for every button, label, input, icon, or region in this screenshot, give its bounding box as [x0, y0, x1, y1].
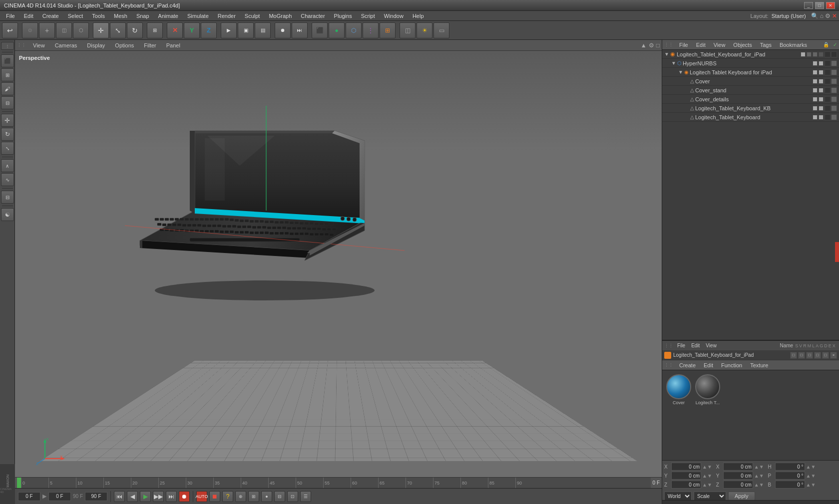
- undo-button[interactable]: ↩: [2, 22, 18, 38]
- transport-autokey[interactable]: AUTO: [196, 491, 207, 502]
- viewport-menu-view[interactable]: View: [30, 41, 48, 49]
- render-preview[interactable]: ▶: [221, 22, 237, 38]
- om-menu-objects[interactable]: Objects: [731, 41, 754, 49]
- om-menu-view[interactable]: View: [712, 41, 728, 49]
- menu-animate[interactable]: Animate: [154, 12, 182, 20]
- rot-h-input[interactable]: [775, 463, 805, 471]
- tree-arrow-hn[interactable]: ▼: [671, 60, 676, 66]
- tool-rotate[interactable]: ↻: [127, 22, 143, 38]
- material-cover[interactable]: Cover: [666, 374, 691, 456]
- maximize-button[interactable]: □: [815, 2, 824, 9]
- add-deformer[interactable]: ⋮: [363, 22, 379, 38]
- tags-item-row[interactable]: Logitech_Tablet_Keyboard_for_iPad □ □ □ …: [662, 350, 839, 360]
- transform-mode-select[interactable]: Scale Absolute: [694, 492, 726, 501]
- layout-settings-icon[interactable]: ⚙: [825, 12, 831, 19]
- tool-scale[interactable]: ⤡: [110, 22, 126, 38]
- menu-create[interactable]: Create: [38, 12, 63, 20]
- add-sphere[interactable]: ●: [329, 22, 345, 38]
- axis-y[interactable]: Y: [184, 22, 200, 38]
- left-toolbar-toggle[interactable]: ⋮: [1, 42, 14, 50]
- menu-file[interactable]: File: [2, 12, 19, 20]
- left-tool-move[interactable]: ✛: [1, 114, 14, 127]
- transport-stop[interactable]: ⏹: [209, 491, 220, 502]
- menu-edit[interactable]: Edit: [20, 12, 37, 20]
- menu-mograph[interactable]: MoGraph: [265, 12, 296, 20]
- tree-arrow-lg[interactable]: ▼: [678, 69, 683, 75]
- viewport-menu-panel[interactable]: Panel: [163, 41, 183, 49]
- menu-simulate[interactable]: Simulate: [183, 12, 213, 20]
- coord-y-input[interactable]: [671, 472, 701, 480]
- transport-to-start[interactable]: ⏮: [114, 491, 125, 502]
- menu-help[interactable]: Help: [409, 12, 428, 20]
- rot-p-input[interactable]: [775, 472, 805, 480]
- menu-plugins[interactable]: Plugins: [330, 12, 356, 20]
- tag-ctrl-1[interactable]: □: [790, 352, 797, 359]
- add-light[interactable]: ☀: [417, 22, 432, 38]
- transport-to-end[interactable]: ⏭: [166, 491, 177, 502]
- tree-row-kb[interactable]: ▶ △ Logitech_Tablet_Keyboard_KB: [662, 104, 839, 113]
- left-tool-magnet[interactable]: ☯: [1, 208, 14, 221]
- mm-menu-create[interactable]: Create: [677, 361, 698, 369]
- layout-close-icon[interactable]: ✕: [832, 12, 837, 19]
- menu-render[interactable]: Render: [214, 12, 240, 20]
- menu-tools[interactable]: Tools: [88, 12, 109, 20]
- left-tool-texture[interactable]: ⊟: [1, 191, 14, 204]
- menu-sculpt[interactable]: Sculpt: [241, 12, 264, 20]
- tag-ctrl-3[interactable]: □: [806, 352, 813, 359]
- size-y-input[interactable]: [723, 472, 753, 480]
- left-tool-paint[interactable]: 🖌: [1, 82, 14, 95]
- frame-range-input[interactable]: [48, 492, 71, 501]
- mode-point[interactable]: +: [39, 22, 55, 38]
- transport-play[interactable]: ▶: [140, 491, 151, 502]
- add-floor[interactable]: ▭: [433, 22, 449, 38]
- tags-menu-file[interactable]: File: [675, 342, 687, 349]
- tool-live-select[interactable]: ⊞: [147, 22, 163, 38]
- end-frame-input[interactable]: [85, 492, 107, 501]
- viewport-menu-display[interactable]: Display: [84, 41, 108, 49]
- om-menu-file[interactable]: File: [677, 41, 690, 49]
- left-tool-select[interactable]: ⊞: [1, 68, 14, 81]
- tree-arrow-root[interactable]: ▼: [664, 51, 669, 57]
- render-final[interactable]: ▤: [255, 22, 271, 38]
- tree-row-lk[interactable]: ▶ △ Logitech_Tablet_Keyboard: [662, 113, 839, 122]
- transport-frame-selector[interactable]: ⊞: [248, 491, 259, 502]
- menu-character[interactable]: Character: [297, 12, 329, 20]
- tree-row-root[interactable]: ▼ ◉ Logitech_Tablet_Keyboard_for_iPad: [662, 50, 839, 59]
- tree-row-cover-details[interactable]: ▶ △ Cover_details: [662, 95, 839, 104]
- viewport-icon-settings[interactable]: ⚙: [649, 42, 654, 49]
- transport-record[interactable]: ⏺: [179, 491, 190, 502]
- menu-mesh[interactable]: Mesh: [110, 12, 131, 20]
- mm-menu-edit[interactable]: Edit: [702, 361, 715, 369]
- anim-record[interactable]: ⏺: [275, 22, 291, 38]
- menu-snap[interactable]: Snap: [132, 12, 153, 20]
- close-button[interactable]: ✕: [826, 2, 835, 9]
- mm-menu-texture[interactable]: Texture: [748, 361, 770, 369]
- transport-key[interactable]: ⊕: [235, 491, 246, 502]
- mode-edge[interactable]: ◫: [56, 22, 72, 38]
- menu-script[interactable]: Script: [357, 12, 379, 20]
- tags-menu-view[interactable]: View: [704, 342, 719, 349]
- tree-row-hypernurbs[interactable]: ▼ ⬡ HyperNURBS: [662, 59, 839, 68]
- left-tool-knife[interactable]: ∧: [1, 159, 14, 172]
- axis-x[interactable]: ✕: [167, 22, 183, 38]
- mode-object[interactable]: ⊙: [22, 22, 38, 38]
- left-tool-bend[interactable]: ∿: [1, 173, 14, 186]
- tag-ctrl-5[interactable]: □: [822, 352, 829, 359]
- mm-menu-function[interactable]: Function: [719, 361, 744, 369]
- add-nurbs[interactable]: ⬡: [346, 22, 362, 38]
- coord-z-input[interactable]: [671, 481, 701, 489]
- menu-select[interactable]: Select: [64, 12, 87, 20]
- left-tool-rotate[interactable]: ↻: [1, 128, 14, 141]
- minimize-button[interactable]: _: [804, 2, 813, 9]
- left-tool-grid[interactable]: ⊟: [1, 96, 14, 109]
- current-frame-input[interactable]: [18, 492, 40, 501]
- rot-b-input[interactable]: [775, 481, 805, 489]
- coord-x-input[interactable]: [671, 463, 701, 471]
- menu-window[interactable]: Window: [380, 12, 408, 20]
- viewport-icon-up[interactable]: ▲: [641, 42, 647, 49]
- red-tab-handle[interactable]: [835, 242, 839, 262]
- tag-ctrl-4[interactable]: □: [814, 352, 821, 359]
- tool-move[interactable]: ✛: [93, 22, 109, 38]
- size-z-input[interactable]: [723, 481, 753, 489]
- om-lock-icon[interactable]: 🔒: [823, 42, 829, 47]
